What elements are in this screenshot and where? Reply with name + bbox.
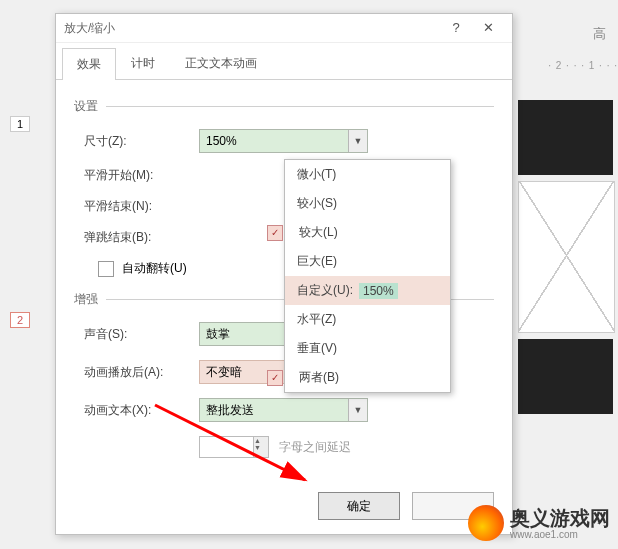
- dd-item-both[interactable]: ✓ 两者(B): [285, 363, 450, 392]
- dd-custom-label: 自定义(U):: [297, 282, 353, 299]
- bounce-end-label: 弹跳结束(B):: [74, 229, 199, 246]
- slide-number-2[interactable]: 2: [10, 312, 30, 328]
- dialog-title: 放大/缩小: [64, 14, 440, 42]
- close-button[interactable]: ✕: [472, 14, 504, 42]
- thumb-image-cross: [518, 181, 615, 333]
- spinner-icon[interactable]: ▲▼: [253, 437, 268, 457]
- autoreverse-checkbox[interactable]: [98, 261, 114, 277]
- dd-item-horizontal[interactable]: 水平(Z): [285, 305, 450, 334]
- chevron-down-icon: ▼: [348, 399, 367, 421]
- zoom-effect-dialog: 放大/缩小 ? ✕ 效果 计时 正文文本动画 设置 尺寸(Z): 150% ▼ …: [55, 13, 513, 535]
- dd-item-huge[interactable]: 巨大(E): [285, 247, 450, 276]
- tab-effect[interactable]: 效果: [62, 48, 116, 80]
- watermark-logo: 奥义游戏网 www.aoe1.com: [468, 505, 610, 541]
- thumb-image-dark: [518, 100, 613, 175]
- dd-item-vertical[interactable]: 垂直(V): [285, 334, 450, 363]
- slide-preview-area: [518, 100, 618, 420]
- sound-label: 声音(S):: [74, 326, 199, 343]
- row-animtext: 动画文本(X): 整批发送 ▼: [74, 398, 494, 422]
- afterplay-label: 动画播放后(A):: [74, 364, 199, 381]
- section-enhance-label: 增强: [74, 291, 98, 308]
- autoreverse-label: 自动翻转(U): [122, 260, 187, 277]
- size-label: 尺寸(Z):: [74, 133, 199, 150]
- size-select[interactable]: 150% ▼: [199, 129, 368, 153]
- chevron-down-icon: ▼: [348, 130, 367, 152]
- section-settings: 设置: [74, 98, 494, 115]
- logo-url: www.aoe1.com: [510, 529, 610, 540]
- help-button[interactable]: ?: [440, 14, 472, 42]
- size-dropdown: 微小(T) 较小(S) ✓ 较大(L) 巨大(E) 自定义(U): 150% 水…: [284, 159, 451, 393]
- tab-timing[interactable]: 计时: [116, 47, 170, 79]
- dd-item-tiny[interactable]: 微小(T): [285, 160, 450, 189]
- dd-larger-label: 较大(L): [299, 224, 338, 241]
- sound-value: 鼓掌: [206, 326, 230, 343]
- dd-item-larger[interactable]: ✓ 较大(L): [285, 218, 450, 247]
- smooth-end-label: 平滑结束(N):: [74, 198, 199, 215]
- slide-number-1[interactable]: 1: [10, 116, 30, 132]
- dd-custom-value: 150%: [359, 283, 398, 299]
- dd-item-custom[interactable]: 自定义(U): 150%: [285, 276, 450, 305]
- afterplay-value: 不变暗: [206, 364, 242, 381]
- dialog-tabs: 效果 计时 正文文本动画: [56, 47, 512, 80]
- animtext-select[interactable]: 整批发送 ▼: [199, 398, 368, 422]
- check-icon: ✓: [267, 225, 283, 241]
- smooth-start-label: 平滑开始(M):: [74, 167, 199, 184]
- animtext-value: 整批发送: [206, 402, 254, 419]
- row-size: 尺寸(Z): 150% ▼: [74, 129, 494, 153]
- thumb-image-dark2: [518, 339, 613, 414]
- check-icon: ✓: [267, 370, 283, 386]
- ruler: · 2 · · · 1 · · ·: [548, 60, 618, 71]
- dd-item-smaller[interactable]: 较小(S): [285, 189, 450, 218]
- dialog-titlebar: 放大/缩小 ? ✕: [56, 14, 512, 43]
- row-letterdelay: ▲▼ 字母之间延迟: [74, 436, 494, 458]
- logo-text: 奥义游戏网: [510, 507, 610, 529]
- animtext-label: 动画文本(X):: [74, 402, 199, 419]
- section-settings-label: 设置: [74, 98, 98, 115]
- tab-text-animation[interactable]: 正文文本动画: [170, 47, 272, 79]
- ribbon-hint: 高: [593, 25, 606, 43]
- ok-button[interactable]: 确定: [318, 492, 400, 520]
- slide-thumbnails-numbers: 1 2: [10, 116, 30, 508]
- letterdelay-hint: 字母之间延迟: [279, 439, 351, 456]
- flame-icon: [468, 505, 504, 541]
- dd-both-label: 两者(B): [299, 369, 339, 386]
- letterdelay-input[interactable]: ▲▼: [199, 436, 269, 458]
- size-value: 150%: [206, 134, 237, 148]
